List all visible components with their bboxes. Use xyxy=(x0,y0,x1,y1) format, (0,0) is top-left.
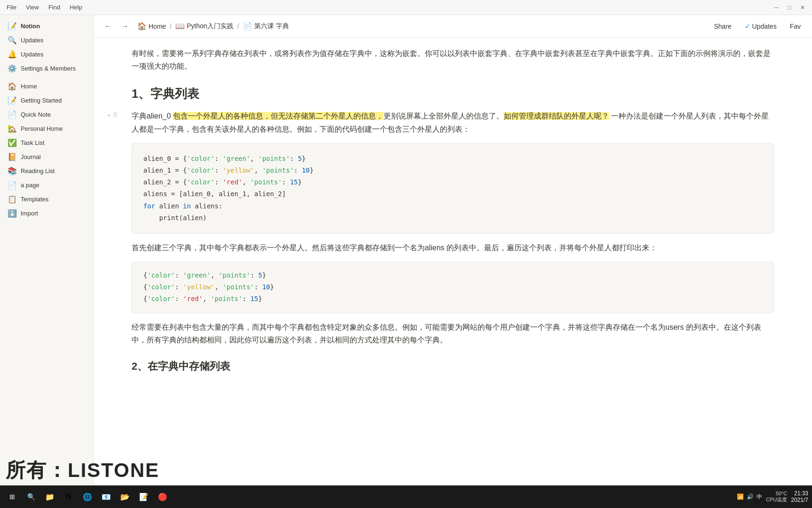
title-bar: File View Find Help ─ □ ✕ xyxy=(0,0,812,15)
taskbar-clock[interactable]: 21:33 2021/7 xyxy=(791,490,808,503)
menu-item-view[interactable]: View xyxy=(23,3,42,12)
code-line-2: alien_1 = {'color': 'yellow', 'points': … xyxy=(143,165,763,176)
breadcrumb-home-label: Home xyxy=(148,23,166,30)
sidebar: 📝 Notion 🔍 Updates 🔔 Updates ⚙️ Settings… xyxy=(0,15,94,485)
nav-back-button[interactable]: ← xyxy=(102,20,115,33)
import-icon: ⬇️ xyxy=(8,209,17,218)
personal-home-icon: 🏡 xyxy=(8,124,17,133)
start-button[interactable]: ⊞ xyxy=(4,488,21,505)
code-line-6: print(alien) xyxy=(143,212,763,224)
taskbar-email[interactable]: 📧 xyxy=(98,488,115,505)
volume-icon[interactable]: 🔊 xyxy=(747,493,754,500)
sidebar-item-quick-note[interactable]: 📄 Quick Note xyxy=(2,107,92,121)
description2-text: 首先创建三个字典，其中每个字典都表示一个外星人。然后将这些字典都存储到一个名为a… xyxy=(132,241,774,254)
breadcrumb-lesson[interactable]: 📄 第六课 字典 xyxy=(241,21,291,32)
description1-block: + ⠿ 字典alien_0 包含一个外星人的各种信息，但无法存储第二个外星人的信… xyxy=(132,110,774,135)
updates-label: Updates xyxy=(752,23,777,30)
wifi-icon[interactable]: 📶 xyxy=(737,493,744,500)
breadcrumb: 🏠 Home / 📖 Python入门实践 / 📄 第六课 字典 xyxy=(135,21,706,32)
taskbar-file-explorer[interactable]: 📁 xyxy=(41,488,58,505)
sidebar-quick-note-label: Quick Note xyxy=(21,111,51,118)
minimize-button[interactable]: ─ xyxy=(771,2,782,13)
sidebar-item-reading-list[interactable]: 📚 Reading List xyxy=(2,164,92,178)
code-line-5: for alien in aliens: xyxy=(143,200,763,212)
notion-logo-icon: 📝 xyxy=(8,22,17,31)
sidebar-item-find[interactable]: 🔍 Updates xyxy=(2,33,92,47)
sidebar-item-notion[interactable]: 📝 Notion xyxy=(2,19,92,33)
file-explorer-icon: 📁 xyxy=(45,492,55,501)
sidebar-reading-list-label: Reading List xyxy=(21,167,55,175)
lesson-breadcrumb-icon: 📄 xyxy=(243,22,252,31)
drag-handle-icon[interactable]: ⠿ xyxy=(113,111,117,119)
taskbar-chrome[interactable]: 🌐 xyxy=(79,488,96,505)
sidebar-item-settings[interactable]: ⚙️ Settings & Members xyxy=(2,61,92,75)
intro-block: 有时候，需要将一系列字典存储在列表中，或将列表作为值存储在字典中，这称为嵌套。你… xyxy=(132,47,774,72)
taskbar-notion[interactable]: N xyxy=(60,488,77,505)
description3-text: 经常需要在列表中包含大量的字典，而其中每个字典都包含特定对象的众多信息。例如，可… xyxy=(132,321,774,346)
code-line-3: alien_2 = {'color': 'red', 'points': 15} xyxy=(143,176,763,188)
menu-item-file[interactable]: File xyxy=(4,3,19,12)
sidebar-item-templates[interactable]: 📋 Templates xyxy=(2,192,92,206)
taskbar-app2[interactable]: 📝 xyxy=(135,488,152,505)
clock-time: 21:33 xyxy=(791,490,808,497)
nav-actions: Share ✓ Updates Fav xyxy=(710,21,804,32)
page-content: 有时候，需要将一系列字典存储在列表中，或将列表作为值存储在字典中，这称为嵌套。你… xyxy=(94,38,812,485)
taskbar: ⊞ 🔍 📁 N 🌐 📧 📂 📝 🔴 📶 🔊 中 xyxy=(0,485,812,508)
section-1-title: 1、字典列表 xyxy=(132,86,774,102)
home-icon: 🏠 xyxy=(8,82,17,91)
sidebar-item-getting-started[interactable]: 📝 Getting Started xyxy=(2,93,92,107)
content-area: ← → 🏠 Home / 📖 Python入门实践 / 📄 xyxy=(94,15,812,485)
sidebar-getting-started-label: Getting Started xyxy=(21,97,62,104)
templates-icon: 📋 xyxy=(8,195,17,204)
maximize-button[interactable]: □ xyxy=(784,2,795,13)
breadcrumb-sep-1: / xyxy=(170,23,172,30)
notion-taskbar-icon: N xyxy=(66,492,71,501)
output-line-3: {'color': 'red', 'points': 15} xyxy=(143,293,763,305)
journal-icon: 📔 xyxy=(8,152,17,161)
favorites-button[interactable]: Fav xyxy=(786,21,804,32)
sidebar-item-updates[interactable]: 🔔 Updates xyxy=(2,47,92,61)
breadcrumb-python-label: Python入门实践 xyxy=(187,22,234,31)
settings-icon: ⚙️ xyxy=(8,64,17,73)
watermark-text: 所有：LISTONE xyxy=(6,459,159,481)
nav-forward-button[interactable]: → xyxy=(118,20,132,33)
sidebar-item-personal-home[interactable]: 🏡 Personal Home xyxy=(2,121,92,135)
sidebar-home-label: Home xyxy=(21,83,37,90)
windows-icon: ⊞ xyxy=(9,493,15,500)
breadcrumb-python[interactable]: 📖 Python入门实践 xyxy=(173,21,235,32)
sidebar-workspace-label: Notion xyxy=(21,23,40,30)
block-controls: + ⠿ xyxy=(107,111,117,119)
updates-button[interactable]: ✓ Updates xyxy=(741,21,781,32)
chrome-icon: 🌐 xyxy=(83,492,92,501)
share-button[interactable]: Share xyxy=(710,21,735,32)
sidebar-item-home[interactable]: 🏠 Home xyxy=(2,79,92,93)
check-icon: ✓ xyxy=(745,23,750,30)
sidebar-item-journal[interactable]: 📔 Journal xyxy=(2,150,92,164)
breadcrumb-home[interactable]: 🏠 Home xyxy=(135,21,168,32)
sidebar-item-a-page[interactable]: 📄 a page xyxy=(2,178,92,192)
highlighted-text-2: 如何管理成群结队的外星人呢？ xyxy=(504,112,609,120)
menu-item-help[interactable]: Help xyxy=(67,3,85,12)
menu-item-find[interactable]: Find xyxy=(46,3,63,12)
taskbar-temp-block: 50°C CPU温度 xyxy=(766,491,787,503)
add-block-icon[interactable]: + xyxy=(107,111,111,119)
a-page-icon: 📄 xyxy=(8,181,17,190)
app-window: File View Find Help ─ □ ✕ 📝 Notion 🔍 Upd… xyxy=(0,0,812,485)
reading-list-icon: 📚 xyxy=(8,167,17,175)
sidebar-item-task-list[interactable]: ✅ Task List xyxy=(2,135,92,150)
sidebar-updates-label: Updates xyxy=(21,51,43,58)
output-line-1: {'color': 'green', 'points': 5} xyxy=(143,270,763,281)
taskbar-search[interactable]: 🔍 xyxy=(23,488,39,505)
taskbar-app3[interactable]: 🔴 xyxy=(154,488,171,505)
close-button[interactable]: ✕ xyxy=(797,2,808,13)
taskbar-app1[interactable]: 📂 xyxy=(117,488,133,505)
section-2-title: 2、在字典中存储列表 xyxy=(132,359,774,373)
nav-bar: ← → 🏠 Home / 📖 Python入门实践 / 📄 xyxy=(94,15,812,38)
share-label: Share xyxy=(714,23,731,30)
sidebar-item-import[interactable]: ⬇️ Import xyxy=(2,206,92,220)
home-breadcrumb-icon: 🏠 xyxy=(137,22,147,31)
getting-started-icon: 📝 xyxy=(8,96,17,105)
input-method-icon[interactable]: 中 xyxy=(757,493,762,501)
sidebar-a-page-label: a page xyxy=(21,182,39,189)
sidebar-journal-label: Journal xyxy=(21,153,41,160)
